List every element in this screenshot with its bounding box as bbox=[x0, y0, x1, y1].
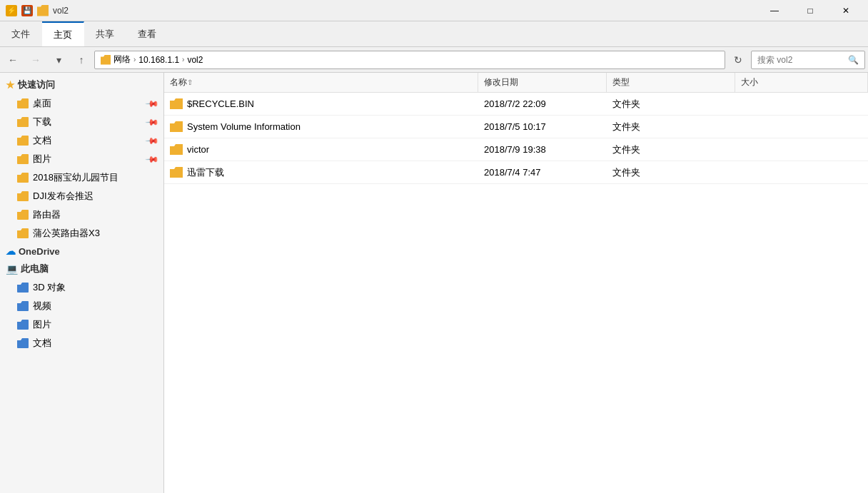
sidebar-item-documents[interactable]: 文档 📌 bbox=[0, 131, 163, 150]
col-header-name[interactable]: 名称 ⇧ bbox=[164, 73, 478, 92]
search-icon: 🔍 bbox=[848, 55, 859, 65]
pin-icon: 📌 bbox=[145, 133, 160, 148]
ribbon-tab-share[interactable]: 共享 bbox=[84, 21, 126, 46]
col-header-date[interactable]: 修改日期 bbox=[478, 73, 607, 92]
main-layout: ★ 快速访问 桌面 📌 下载 📌 文档 📌 图片 📌 2018丽宝幼儿园节目 bbox=[0, 73, 868, 493]
col-name-label: 名称 bbox=[170, 76, 187, 88]
file-type: 文件夹 bbox=[612, 143, 640, 156]
file-date: 2018/7/9 19:38 bbox=[484, 144, 546, 155]
file-name: $RECYCLE.BIN bbox=[187, 98, 254, 109]
col-size-label: 大小 bbox=[741, 76, 758, 88]
save-icon: 💾 bbox=[21, 5, 33, 16]
back-button[interactable]: ← bbox=[3, 50, 23, 70]
col-header-size[interactable]: 大小 bbox=[735, 73, 868, 92]
quick-access-label: 快速访问 bbox=[18, 78, 55, 91]
title-text: vol2 bbox=[53, 6, 69, 16]
folder-icon bbox=[17, 98, 29, 108]
crumb-vol2[interactable]: vol2 bbox=[187, 55, 203, 65]
close-button[interactable]: ✕ bbox=[829, 1, 862, 21]
sidebar-item-label: 下载 bbox=[33, 116, 143, 128]
quick-access-section[interactable]: ★ 快速访问 bbox=[0, 76, 163, 94]
pin-icon: 📌 bbox=[145, 96, 160, 111]
minimize-button[interactable]: — bbox=[758, 1, 791, 21]
file-name-cell: System Volume Information bbox=[164, 116, 478, 138]
file-type-cell: 文件夹 bbox=[607, 138, 735, 161]
sidebar-item-label: 桌面 bbox=[33, 97, 143, 110]
sidebar-item-video[interactable]: 视频 bbox=[0, 297, 163, 315]
title-bar: ⚡ 💾 vol2 — □ ✕ bbox=[0, 0, 868, 21]
sidebar-item-desktop[interactable]: 桌面 📌 bbox=[0, 94, 163, 113]
col-type-label: 类型 bbox=[612, 76, 630, 88]
table-row[interactable]: $RECYCLE.BIN 2018/7/2 22:09 文件夹 bbox=[164, 93, 868, 116]
recent-locations-button[interactable]: ▾ bbox=[49, 50, 69, 70]
folder-icon bbox=[17, 154, 29, 164]
search-input[interactable] bbox=[757, 55, 845, 65]
ribbon-tab-view[interactable]: 查看 bbox=[126, 21, 168, 46]
file-type: 文件夹 bbox=[612, 166, 640, 179]
search-box[interactable]: 🔍 bbox=[751, 51, 865, 69]
sidebar-item-downloads[interactable]: 下载 📌 bbox=[0, 113, 163, 131]
sidebar-item-pc-documents[interactable]: 文档 bbox=[0, 334, 163, 352]
sidebar-item-2018[interactable]: 2018丽宝幼儿园节目 bbox=[0, 168, 163, 187]
file-name-cell: victor bbox=[164, 138, 478, 161]
sidebar-item-label: 路由器 bbox=[33, 208, 158, 221]
this-pc-section[interactable]: 💻 此电脑 bbox=[0, 260, 163, 278]
sidebar-item-label: 文档 bbox=[33, 134, 143, 147]
folder-icon bbox=[17, 210, 29, 220]
ribbon: 文件 主页 共享 查看 bbox=[0, 21, 868, 47]
ribbon-tab-file[interactable]: 文件 bbox=[0, 21, 42, 46]
file-size-cell bbox=[735, 93, 868, 115]
col-header-type[interactable]: 类型 bbox=[607, 73, 735, 92]
address-folder-icon bbox=[101, 55, 111, 65]
sidebar-item-pictures[interactable]: 图片 📌 bbox=[0, 150, 163, 168]
quick-access-icon: ⚡ bbox=[6, 5, 17, 16]
maximize-button[interactable]: □ bbox=[794, 1, 827, 21]
folder-icon bbox=[170, 167, 183, 178]
file-date-cell: 2018/7/4 7:47 bbox=[478, 161, 607, 183]
sidebar-item-pc-pictures[interactable]: 图片 bbox=[0, 315, 163, 334]
crumb-network[interactable]: 网络 bbox=[113, 54, 131, 66]
folder-icon bbox=[170, 98, 183, 109]
sidebar-item-pugongying[interactable]: 蒲公英路由器X3 bbox=[0, 224, 163, 243]
address-box[interactable]: 网络 › 10.168.1.1 › vol2 bbox=[94, 51, 725, 69]
file-size-cell bbox=[735, 138, 868, 161]
sidebar-item-router[interactable]: 路由器 bbox=[0, 205, 163, 224]
sidebar-item-label: 3D 对象 bbox=[33, 281, 158, 294]
file-size-cell bbox=[735, 116, 868, 138]
sort-arrow-icon: ⇧ bbox=[187, 78, 193, 86]
refresh-button[interactable]: ↻ bbox=[728, 50, 748, 70]
file-type-cell: 文件夹 bbox=[607, 116, 735, 138]
folder-icon bbox=[17, 117, 29, 127]
file-date: 2018/7/2 22:09 bbox=[484, 98, 546, 109]
table-row[interactable]: victor 2018/7/9 19:38 文件夹 bbox=[164, 138, 868, 161]
ribbon-tab-home[interactable]: 主页 bbox=[42, 21, 84, 46]
file-name: 迅雷下载 bbox=[187, 166, 224, 179]
folder-icon bbox=[17, 338, 29, 348]
sidebar-item-3d[interactable]: 3D 对象 bbox=[0, 278, 163, 297]
file-type-cell: 文件夹 bbox=[607, 93, 735, 115]
sidebar-item-label: 2018丽宝幼儿园节目 bbox=[33, 171, 158, 184]
folder-icon bbox=[17, 191, 29, 201]
sidebar-item-label: 图片 bbox=[33, 153, 143, 166]
file-name-cell: 迅雷下载 bbox=[164, 161, 478, 183]
folder-icon bbox=[17, 136, 29, 146]
folder-icon bbox=[17, 283, 29, 293]
file-date: 2018/7/5 10:17 bbox=[484, 121, 546, 132]
file-size-cell bbox=[735, 161, 868, 183]
file-name: System Volume Information bbox=[187, 121, 301, 132]
file-rows-container: $RECYCLE.BIN 2018/7/2 22:09 文件夹 System V… bbox=[164, 93, 868, 184]
folder-icon bbox=[17, 228, 29, 238]
crumb-ip[interactable]: 10.168.1.1 bbox=[138, 55, 179, 65]
table-row[interactable]: 迅雷下载 2018/7/4 7:47 文件夹 bbox=[164, 161, 868, 184]
file-name: victor bbox=[187, 144, 209, 155]
table-row[interactable]: System Volume Information 2018/7/5 10:17… bbox=[164, 116, 868, 138]
sidebar: ★ 快速访问 桌面 📌 下载 📌 文档 📌 图片 📌 2018丽宝幼儿园节目 bbox=[0, 73, 164, 493]
up-button[interactable]: ↑ bbox=[71, 50, 91, 70]
file-list-header: 名称 ⇧ 修改日期 类型 大小 bbox=[164, 73, 868, 93]
forward-button[interactable]: → bbox=[26, 50, 46, 70]
onedrive-section[interactable]: ☁ OneDrive bbox=[0, 243, 163, 260]
file-date-cell: 2018/7/9 19:38 bbox=[478, 138, 607, 161]
onedrive-label: OneDrive bbox=[19, 246, 60, 257]
pin-icon: 📌 bbox=[145, 152, 160, 167]
sidebar-item-dji[interactable]: DJI发布会推迟 bbox=[0, 187, 163, 205]
